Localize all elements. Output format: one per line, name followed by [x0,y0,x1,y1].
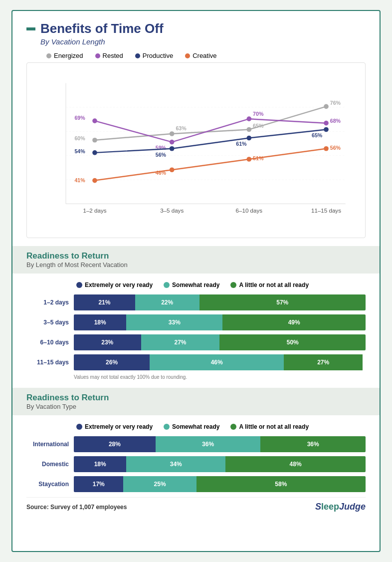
bar-legend-light: A little or not at all ready [230,281,309,288]
svg-point-26 [92,150,97,155]
source-value: Survey of 1,007 employees [50,504,127,511]
svg-text:70%: 70% [253,111,264,117]
light-dot [230,282,236,288]
section1-subtitle: By Length of Most Recent Vacation [26,261,366,269]
svg-point-13 [324,104,329,109]
dark-dot2 [76,424,82,430]
bar-label-6-10: 6–10 days [26,339,74,346]
svg-text:68%: 68% [330,118,341,124]
svg-point-20 [247,116,252,121]
bar-legend-dark: Extremely or very ready [76,281,153,288]
svg-text:56%: 56% [156,152,167,158]
legend-rested: Rested [95,52,123,59]
bar-label-intl: International [26,441,74,448]
subtitle: By Vacation Length [40,37,366,46]
bar-track-stay: 17% 25% 58% [74,476,366,492]
footnote: Values may not total exactly 100% due to… [74,374,366,380]
section2-subtitle: By Vacation Type [26,403,366,410]
bar-label-3-5: 3–5 days [26,319,74,326]
rested-label: Rested [103,52,123,59]
bar-track-1-2: 21% 22% 57% [74,294,366,310]
legend-creative: Creative [185,52,216,59]
svg-text:65%: 65% [312,132,323,138]
seg-mid: 27% [141,334,220,350]
svg-text:11–15 days: 11–15 days [311,207,341,214]
bar-label-stay: Staycation [26,481,74,488]
bar-row-6-10: 6–10 days 23% 27% 50% [26,334,366,350]
seg-dark: 18% [74,314,126,330]
dark-dot [76,282,82,288]
seg-dark: 26% [74,354,150,370]
bar-track-6-10: 23% 27% 50% [74,334,366,350]
productive-dot [135,53,140,58]
legend-productive: Productive [135,52,173,59]
section2-header: Readiness to Return By Vacation Type [12,388,380,415]
mid-label: Somewhat ready [172,281,219,288]
svg-text:46%: 46% [156,170,167,176]
svg-point-29 [324,127,329,132]
dark-label: Extremely or very ready [85,281,153,288]
svg-text:51%: 51% [253,155,264,161]
mid-dot2 [164,424,170,430]
svg-point-34 [92,178,97,183]
title-bar: Benefits of Time Off [26,21,366,36]
svg-text:56%: 56% [330,145,341,151]
svg-point-10 [92,138,97,143]
section1-title: Readiness to Return [26,251,366,261]
source-bar: Source: Survey of 1,007 employees SleepJ… [26,497,366,512]
svg-point-27 [170,146,175,151]
bar-track-dom: 18% 34% 48% [74,456,366,472]
seg-mid: 36% [156,436,261,452]
bar-legend-mid: Somewhat ready [164,281,219,288]
svg-point-35 [170,167,175,172]
bar-row-stay: Staycation 17% 25% 58% [26,476,366,492]
bar-legend-dark2: Extremely or very ready [76,423,153,430]
svg-text:76%: 76% [330,100,341,106]
svg-text:65%: 65% [253,123,264,129]
title-accent [26,27,35,30]
bar-label-1-2: 1–2 days [26,299,74,306]
light-dot2 [230,424,236,430]
bar-track-intl: 28% 36% 36% [74,436,366,452]
bar-legend-light2: A little or not at all ready [230,423,309,430]
main-card: Benefits of Time Off By Vacation Length … [11,10,381,552]
chart-legend: Energized Rested Productive Creative [46,52,366,59]
svg-point-12 [247,127,252,132]
svg-point-19 [170,140,175,145]
svg-text:6–10 days: 6–10 days [236,207,263,214]
seg-dark: 23% [74,334,141,350]
creative-dot [185,53,190,58]
seg-light: 36% [260,436,366,452]
svg-text:3–5 days: 3–5 days [160,207,184,214]
seg-light: 57% [199,294,366,310]
seg-dark: 28% [74,436,156,452]
bar-row-1-2: 1–2 days 21% 22% 57% [26,294,366,310]
line-chart: 1–2 days 3–5 days 6–10 days 11–15 days 6… [37,71,355,231]
bar-legend-mid2: Somewhat ready [164,423,219,430]
svg-point-28 [247,136,252,141]
light-label: A little or not at all ready [239,281,309,288]
energized-label: Energized [54,52,83,59]
source-label: Source: [26,504,49,511]
bar-legend-2: Extremely or very ready Somewhat ready A… [76,423,366,430]
seg-dark: 18% [74,456,126,472]
bar-label-dom: Domestic [26,461,74,468]
seg-light: 50% [219,334,366,350]
svg-point-11 [170,131,175,136]
seg-dark: 17% [74,476,123,492]
bar-row-dom: Domestic 18% 34% 48% [26,456,366,472]
productive-label: Productive [143,52,173,59]
bar-legend-1: Extremely or very ready Somewhat ready A… [76,281,366,288]
rested-dot [95,53,100,58]
svg-point-37 [324,146,329,151]
seg-dark: 21% [74,294,135,310]
svg-text:63%: 63% [176,125,187,131]
bar-track-3-5: 18% 33% 49% [74,314,366,330]
dark-label2: Extremely or very ready [85,423,153,430]
bar-track-11-15: 26% 46% 27% [74,354,366,370]
line-chart-container: 1–2 days 3–5 days 6–10 days 11–15 days 6… [26,62,366,238]
brand: SleepJudge [315,502,366,512]
bar-row-intl: International 28% 36% 36% [26,436,366,452]
svg-point-18 [92,118,97,123]
source-text: Source: Survey of 1,007 employees [26,504,127,511]
